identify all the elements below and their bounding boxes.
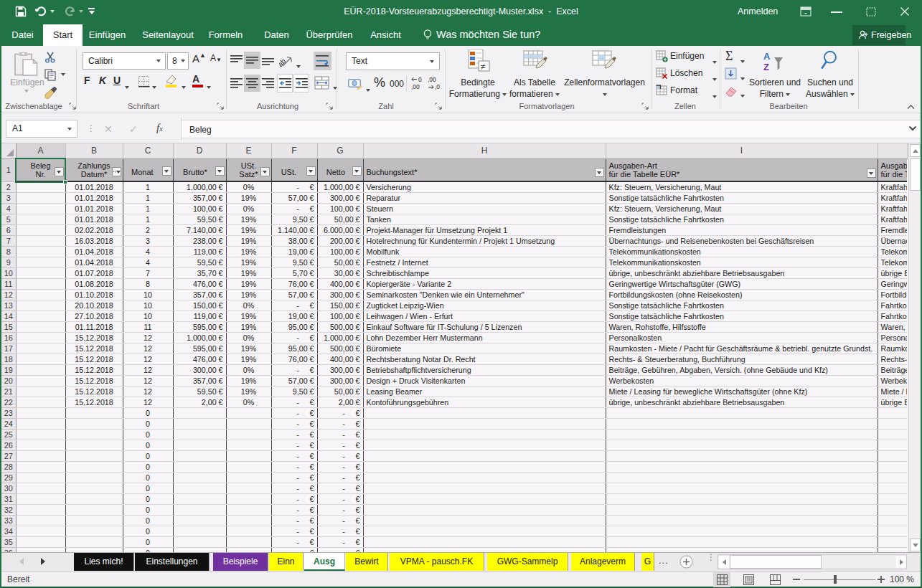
svg-text:A: A: [763, 51, 771, 62]
svg-text:≠: ≠: [481, 62, 486, 72]
svg-text:0: 0: [418, 76, 422, 83]
svg-text:,0: ,0: [435, 83, 440, 90]
svg-text:Z: Z: [763, 62, 769, 72]
svg-text:,00: ,00: [428, 76, 436, 83]
svg-text:,00: ,00: [411, 83, 420, 90]
svg-text:ab: ab: [279, 57, 288, 68]
